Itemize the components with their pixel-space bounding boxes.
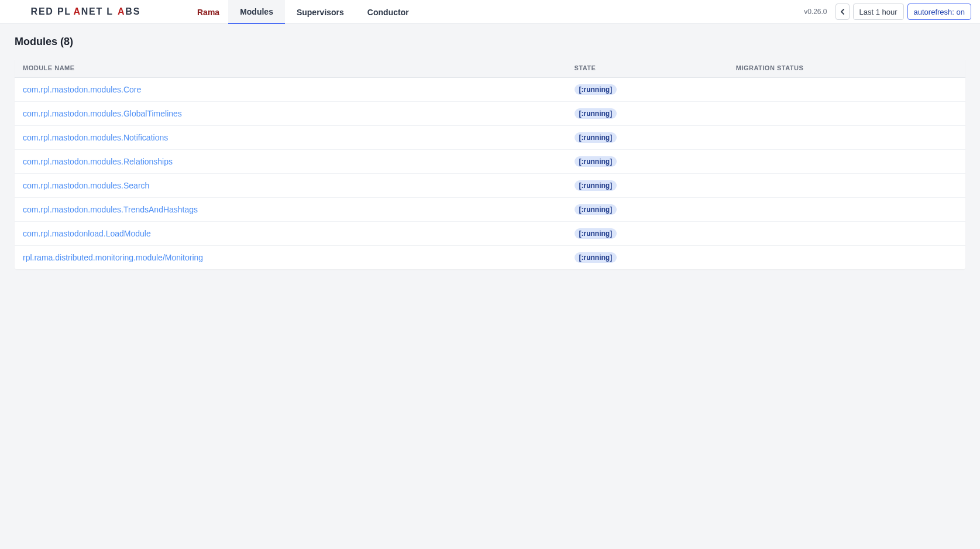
module-link[interactable]: rpl.rama.distributed.monitoring.module/M…	[23, 253, 203, 262]
module-migration-cell	[728, 150, 965, 174]
svg-text:BS: BS	[125, 7, 140, 16]
module-migration-cell	[728, 222, 965, 246]
nav-modules[interactable]: Modules	[228, 0, 285, 24]
svg-text:A: A	[118, 7, 125, 16]
table-header-row: MODULE NAME STATE MIGRATION STATUS	[15, 59, 965, 78]
module-state-cell: [:running]	[566, 78, 728, 102]
module-migration-cell	[728, 126, 965, 150]
page-title: Modules (8)	[15, 36, 965, 48]
module-migration-cell	[728, 198, 965, 222]
module-name-cell: rpl.rama.distributed.monitoring.module/M…	[15, 246, 566, 270]
module-state-cell: [:running]	[566, 126, 728, 150]
module-link[interactable]: com.rpl.mastodon.modules.Relationships	[23, 157, 173, 166]
module-link[interactable]: com.rpl.mastodon.modules.TrendsAndHashta…	[23, 205, 198, 214]
table-row: com.rpl.mastodon.modules.Notifications[:…	[15, 126, 965, 150]
module-migration-cell	[728, 174, 965, 198]
module-name-cell: com.rpl.mastodonload.LoadModule	[15, 222, 566, 246]
module-link[interactable]: com.rpl.mastodon.modules.Search	[23, 181, 149, 190]
module-link[interactable]: com.rpl.mastodon.modules.Notifications	[23, 133, 168, 142]
column-header-state[interactable]: STATE	[566, 59, 728, 78]
svg-text:A: A	[73, 7, 81, 16]
module-name-cell: com.rpl.mastodon.modules.TrendsAndHashta…	[15, 198, 566, 222]
column-header-migration[interactable]: MIGRATION STATUS	[728, 59, 965, 78]
module-name-cell: com.rpl.mastodon.modules.Search	[15, 174, 566, 198]
table-row: com.rpl.mastodon.modules.Relationships[:…	[15, 150, 965, 174]
module-name-cell: com.rpl.mastodon.modules.GlobalTimelines	[15, 102, 566, 126]
module-state-cell: [:running]	[566, 198, 728, 222]
autorefresh-button[interactable]: autorefresh: on	[907, 4, 971, 20]
header-right: v0.26.0 Last 1 hour autorefresh: on	[804, 4, 971, 20]
prev-button[interactable]	[835, 4, 850, 20]
svg-text:NET L: NET L	[81, 7, 114, 16]
svg-text:RED PL: RED PL	[31, 7, 71, 16]
module-state-cell: [:running]	[566, 174, 728, 198]
nav-supervisors[interactable]: Supervisors	[285, 0, 356, 24]
module-migration-cell	[728, 246, 965, 270]
time-range-button[interactable]: Last 1 hour	[853, 4, 904, 20]
state-badge: [:running]	[575, 204, 617, 215]
module-link[interactable]: com.rpl.mastodonload.LoadModule	[23, 229, 151, 238]
table-row: com.rpl.mastodon.modules.Search[:running…	[15, 174, 965, 198]
state-badge: [:running]	[575, 108, 617, 119]
module-state-cell: [:running]	[566, 150, 728, 174]
logo: RED PL A NET L A BS	[22, 7, 185, 16]
nav-brand[interactable]: Rama	[191, 0, 228, 24]
module-link[interactable]: com.rpl.mastodon.modules.Core	[23, 85, 141, 94]
state-badge: [:running]	[575, 180, 617, 191]
main-content: Modules (8) MODULE NAME STATE MIGRATION …	[0, 24, 980, 281]
state-badge: [:running]	[575, 252, 617, 263]
table-row: com.rpl.mastodonload.LoadModule[:running…	[15, 222, 965, 246]
nav-conductor[interactable]: Conductor	[356, 0, 421, 24]
module-name-cell: com.rpl.mastodon.modules.Notifications	[15, 126, 566, 150]
module-name-cell: com.rpl.mastodon.modules.Core	[15, 78, 566, 102]
table-row: com.rpl.mastodon.modules.GlobalTimelines…	[15, 102, 965, 126]
column-header-name[interactable]: MODULE NAME	[15, 59, 566, 78]
state-badge: [:running]	[575, 228, 617, 239]
module-state-cell: [:running]	[566, 246, 728, 270]
header-bar: RED PL A NET L A BS Rama Modules Supervi…	[0, 0, 980, 24]
state-badge: [:running]	[575, 132, 617, 143]
version-label: v0.26.0	[804, 8, 827, 16]
logo-svg: RED PL A NET L A BS	[22, 7, 185, 16]
main-nav: Rama Modules Supervisors Conductor	[191, 0, 421, 23]
modules-table-container: MODULE NAME STATE MIGRATION STATUS com.r…	[15, 59, 965, 269]
table-row: rpl.rama.distributed.monitoring.module/M…	[15, 246, 965, 270]
table-row: com.rpl.mastodon.modules.Core[:running]	[15, 78, 965, 102]
state-badge: [:running]	[575, 156, 617, 167]
module-state-cell: [:running]	[566, 102, 728, 126]
module-migration-cell	[728, 78, 965, 102]
module-state-cell: [:running]	[566, 222, 728, 246]
table-row: com.rpl.mastodon.modules.TrendsAndHashta…	[15, 198, 965, 222]
modules-table: MODULE NAME STATE MIGRATION STATUS com.r…	[15, 59, 965, 269]
module-name-cell: com.rpl.mastodon.modules.Relationships	[15, 150, 566, 174]
module-link[interactable]: com.rpl.mastodon.modules.GlobalTimelines	[23, 109, 182, 118]
module-migration-cell	[728, 102, 965, 126]
chevron-left-icon	[841, 9, 844, 15]
state-badge: [:running]	[575, 84, 617, 95]
